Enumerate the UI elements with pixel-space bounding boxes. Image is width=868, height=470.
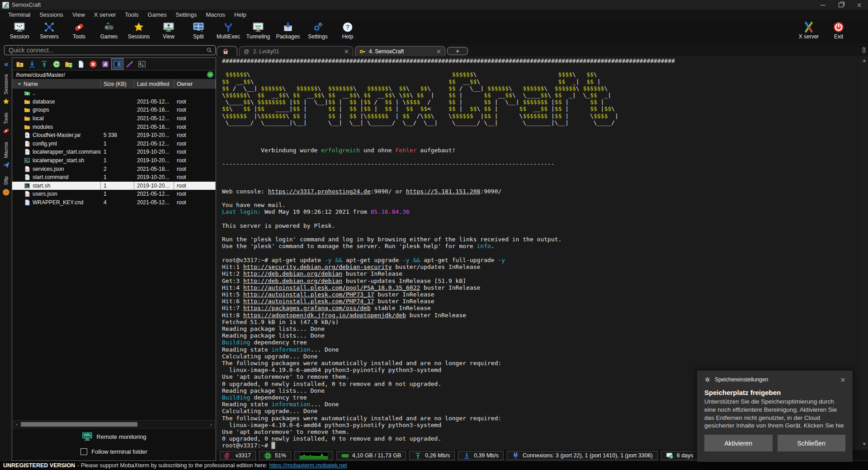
menu-terminal[interactable]: Terminal <box>4 10 35 19</box>
toolbar-sessions-button[interactable]: Sessions <box>124 21 154 40</box>
scroll-down-icon[interactable] <box>863 443 866 446</box>
file-row-database[interactable]: database2021-05-12...root <box>12 98 216 106</box>
new-tab-button[interactable]: + <box>447 47 468 55</box>
sidebar-tab-label: Macros <box>3 142 9 158</box>
file-row-config-yml[interactable]: config.yml12021-05-12...root <box>12 140 216 148</box>
menu-help[interactable]: Help <box>230 10 251 19</box>
toolbar-tunneling-button[interactable]: Tunneling <box>243 21 273 40</box>
toolbar-session-button[interactable]: Session <box>5 21 34 40</box>
terminal-small-button[interactable] <box>136 59 147 69</box>
collapse-sidebar-button[interactable]: « <box>4 60 7 69</box>
tab-home[interactable] <box>217 46 237 56</box>
maximize-button[interactable] <box>832 0 850 10</box>
menu-sessions[interactable]: Sessions <box>35 10 68 19</box>
menu-tools[interactable]: Tools <box>120 10 143 19</box>
file-row-start-sh[interactable]: start.sh12019-10-20...root <box>12 182 216 190</box>
toolbar-help-button[interactable]: ?Help <box>333 21 363 40</box>
toolbar-packages-button[interactable]: Packages <box>273 21 303 40</box>
file-row-localwrapper-start-command[interactable]: localwrapper_start.command12019-10-20...… <box>12 148 216 156</box>
toolbar-servers-button[interactable]: Servers <box>34 21 64 40</box>
sidebar-tab-sftp[interactable]: Sftp <box>2 176 10 196</box>
folder-icon <box>24 124 30 130</box>
scroll-left-icon[interactable] <box>14 421 20 428</box>
dualpane-button[interactable] <box>112 59 123 69</box>
toolbar-x-server-button[interactable]: X server <box>794 21 824 40</box>
toast-close-icon[interactable] <box>840 377 845 382</box>
terminal-scrollbar[interactable] <box>861 56 868 450</box>
app-logo-icon <box>2 2 9 9</box>
file-row-start-command[interactable]: start.command12019-10-20...root <box>12 173 216 182</box>
file-row-[interactable]: .. <box>12 89 216 98</box>
servers-icon <box>43 21 55 33</box>
rename-button[interactable]: A <box>99 59 111 69</box>
refresh-button[interactable] <box>51 59 62 69</box>
sidebar-tab-macros[interactable]: Macros <box>2 142 10 169</box>
footer-text: - Please support MobaXterm by subscribin… <box>77 462 267 469</box>
close-tab-icon[interactable] <box>436 49 441 54</box>
wand-button[interactable] <box>124 59 135 69</box>
follow-checkbox[interactable] <box>80 448 87 455</box>
footer-bar: UNREGISTERED VERSION - Please support Mo… <box>0 461 868 470</box>
tab-sernoxcraft[interactable]: 4. SernoxCraft <box>355 46 445 56</box>
quick-connect-input[interactable] <box>4 45 216 55</box>
upload-tool-icon <box>40 60 48 68</box>
toolbar-exit-button[interactable]: Exit <box>824 21 854 40</box>
column-header-size-kb[interactable]: Size (KB) <box>101 80 134 89</box>
toolbar-games-button[interactable]: Games <box>94 21 124 40</box>
scrollbar-thumb[interactable] <box>21 422 137 427</box>
key-icon <box>359 48 366 55</box>
menu-games[interactable]: Games <box>143 10 171 19</box>
file-table-header: NameSize (KB)Last modifiedOwner <box>12 80 216 89</box>
toolbar-split-button[interactable]: Split <box>184 21 213 40</box>
column-header-owner[interactable]: Owner <box>174 80 216 89</box>
file-row-modules[interactable]: modules2021-05-16...root <box>12 122 216 131</box>
aktivieren-button[interactable]: Aktivieren <box>704 435 773 451</box>
toast-body: Unterstützen Sie die Speicheroptimierung… <box>704 398 845 430</box>
minimize-button[interactable] <box>814 0 832 10</box>
toolbar-multiexec-button[interactable]: MultiExec <box>213 21 243 40</box>
toolbar-label: Split <box>186 33 211 40</box>
file-row-local[interactable]: local2021-05-12...root <box>12 114 216 123</box>
file-row-groups[interactable]: groups2021-05-16...root <box>12 106 216 114</box>
file-row-localwrapper-start-sh[interactable]: localwrapper_start.sh12019-10-20...root <box>12 156 216 165</box>
path-input[interactable] <box>13 70 215 80</box>
file-row-wrapper-key-cnd[interactable]: WRAPPER_KEY.cnd42021-05-12...root <box>12 198 216 207</box>
view-icon <box>163 21 175 33</box>
close-tab-icon[interactable] <box>344 49 349 54</box>
horizontal-scrollbar[interactable] <box>13 420 215 428</box>
newfolder-button[interactable] <box>63 59 74 69</box>
newfile-button[interactable] <box>75 59 86 69</box>
menu-settings[interactable]: Settings <box>171 10 202 19</box>
toolbar-label: Sessions <box>126 33 151 40</box>
tab-label: 2. Lvcky01 <box>253 48 279 55</box>
scroll-up-icon[interactable] <box>863 59 866 62</box>
scroll-right-icon[interactable] <box>208 421 214 428</box>
menu-view[interactable]: View <box>68 10 90 19</box>
path-bar <box>13 70 215 80</box>
menu-x-server[interactable]: X server <box>90 10 120 19</box>
download-tool-button[interactable] <box>26 59 38 69</box>
toolbar-tools-button[interactable]: Tools <box>64 21 94 40</box>
toolbar-settings-button[interactable]: Settings <box>303 21 333 40</box>
status-cpu-usage: 51% <box>259 451 291 460</box>
folderup-button[interactable] <box>14 59 25 69</box>
follow-terminal-folder[interactable]: Follow terminal folder <box>12 444 216 461</box>
mobaxterm-link[interactable]: https://mobaxterm.mobatek.net <box>269 462 347 469</box>
tab-lvcky01[interactable]: @2. Lvcky01 <box>239 46 353 56</box>
file-row-users-json[interactable]: {}users.json12021-05-12...root <box>12 190 216 198</box>
schliessen-button[interactable]: Schließen <box>778 435 846 451</box>
file-row-services-json[interactable]: {}services.json22021-05-18...root <box>12 164 216 173</box>
column-header-name[interactable]: Name <box>12 80 101 89</box>
column-header-last-modified[interactable]: Last modified <box>134 80 174 89</box>
sidebar-tab-sessions[interactable]: Sessions <box>2 74 10 105</box>
upload-tool-button[interactable] <box>38 59 50 69</box>
menu-macros[interactable]: Macros <box>201 10 230 19</box>
unregistered-label: UNREGISTERED VERSION <box>3 462 75 469</box>
sidebar-tab-tools[interactable]: Tools <box>2 113 10 135</box>
toolbar-view-button[interactable]: View <box>154 21 184 40</box>
file-row-cloudnet-master-jar[interactable]: CloudNet-Master.jar5 3382019-10-20...roo… <box>12 131 216 140</box>
close-button[interactable] <box>850 0 868 10</box>
delete-button[interactable] <box>87 59 99 69</box>
remote-monitoring-button[interactable]: Remote monitoring <box>12 429 216 444</box>
window-title: SernoxCraft <box>12 2 41 8</box>
